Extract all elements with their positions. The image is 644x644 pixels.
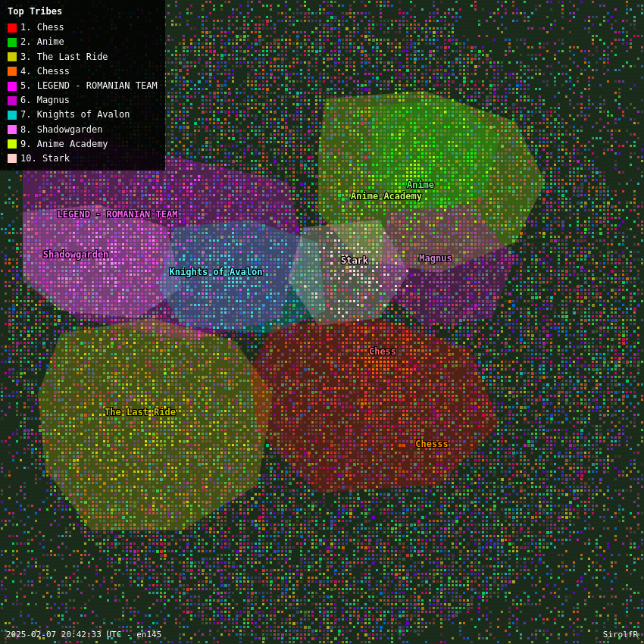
legend-rank-4: 5. LEGEND - ROMANIAN TEAM [20, 79, 158, 93]
legend-item-8: 9. Anime Academy [8, 137, 158, 152]
legend-rank-5: 6. Magnus [20, 93, 70, 108]
legend-color-2 [8, 52, 17, 61]
legend-color-5 [8, 96, 17, 105]
legend-color-6 [8, 111, 17, 120]
legend-item-9: 10. Stark [8, 152, 158, 166]
legend-rank-8: 9. Anime Academy [20, 137, 108, 152]
legend-panel: Top Tribes 1. Chess2. Anime3. The Last R… [0, 0, 165, 170]
legend-rank-0: 1. Chess [20, 20, 64, 35]
legend-color-7 [8, 125, 17, 134]
legend-item-4: 5. LEGEND - ROMANIAN TEAM [8, 79, 158, 93]
legend-rank-7: 8. Shadowgarden [20, 123, 102, 137]
legend-item-2: 3. The Last Ride [8, 50, 158, 64]
legend-item-3: 4. Chesss [8, 64, 158, 79]
legend-item-0: 1. Chess [8, 20, 158, 35]
legend-item-6: 7. Knights of Avalon [8, 108, 158, 122]
legend-color-0 [8, 23, 17, 33]
legend-item-1: 2. Anime [8, 35, 158, 49]
legend-item-7: 8. Shadowgarden [8, 123, 158, 137]
legend-color-3 [8, 67, 17, 76]
legend-color-4 [8, 82, 17, 91]
legend-color-9 [8, 154, 17, 163]
legend-color-8 [8, 139, 17, 148]
author-label: SirolfR [603, 630, 638, 639]
legend-rank-9: 10. Stark [20, 152, 70, 166]
legend-rank-1: 2. Anime [20, 35, 64, 49]
timestamp-label: 2025-02-07 20:42:33 UTC - en145 [6, 630, 161, 639]
legend-rank-2: 3. The Last Ride [20, 50, 108, 64]
legend-title: Top Tribes [8, 5, 158, 19]
legend-color-1 [8, 38, 17, 47]
legend-item-5: 6. Magnus [8, 93, 158, 108]
legend-rank-6: 7. Knights of Avalon [20, 108, 130, 122]
legend-rank-3: 4. Chesss [20, 64, 70, 79]
